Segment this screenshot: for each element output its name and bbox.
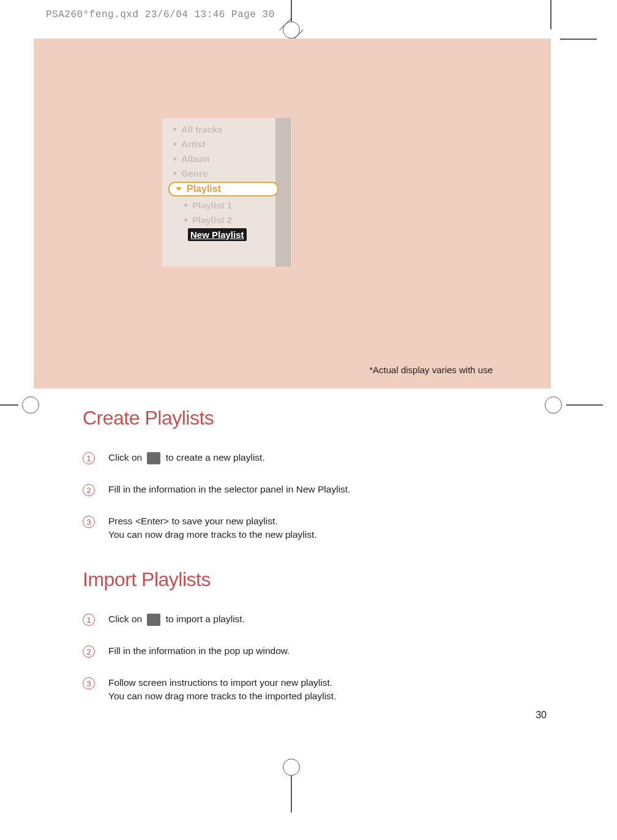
chevron-down-icon (176, 187, 182, 191)
step-number-icon: 2 (83, 484, 95, 496)
step-number-icon: 1 (83, 452, 95, 464)
section-heading: Create Playlists (83, 407, 523, 429)
crop-mark (291, 776, 292, 812)
import-playlist-icon (147, 614, 160, 626)
list-item: Playlist 1 (184, 199, 291, 211)
list-item-selected: Playlist (168, 182, 279, 196)
step-text: Click on to import a playlist. (108, 612, 245, 626)
crop-mark (560, 39, 597, 40)
crop-mark (283, 759, 300, 776)
step-number-icon: 3 (83, 516, 95, 528)
device-screenshot: All tracks Artist Album Genre Playlist P… (162, 118, 291, 267)
disclaimer-text: *Actual display varies with use (369, 365, 493, 375)
list-item: Playlist 2 (184, 214, 291, 226)
list-item: Album (173, 152, 291, 165)
step-number-icon: 2 (83, 645, 95, 658)
crop-mark (0, 404, 18, 406)
step: 3 Follow screen instructions to import y… (83, 676, 523, 702)
step: 3 Press <Enter> to save your new playlis… (83, 515, 523, 541)
print-header: PSA260°feng.qxd 23/6/04 13:46 Page 30 (46, 9, 275, 20)
new-playlist-item: New Playlist (188, 228, 247, 241)
page-number: 30 (536, 710, 547, 721)
step: 2 Fill in the information in the pop up … (83, 644, 523, 658)
section-import-playlists: Import Playlists 1 Click on to import a … (83, 568, 523, 702)
crop-mark (545, 396, 562, 414)
section-heading: Import Playlists (83, 568, 523, 591)
crop-mark (22, 396, 39, 414)
screenshot-panel: All tracks Artist Album Genre Playlist P… (34, 39, 551, 388)
crop-mark (550, 0, 552, 29)
step-text: Click on to create a new playlist. (108, 451, 265, 464)
step-number-icon: 1 (83, 614, 95, 626)
step-text: Press <Enter> to save your new playlist.… (108, 515, 317, 541)
list-item: All tracks (173, 123, 291, 135)
step: 2 Fill in the information in the selecto… (83, 483, 523, 496)
list-item: Genre (173, 167, 291, 179)
step-text: Fill in the information in the pop up wi… (108, 644, 290, 658)
crop-mark (566, 404, 603, 406)
step-text: Fill in the information in the selector … (108, 483, 350, 496)
crop-mark (283, 21, 300, 39)
step: 1 Click on to import a playlist. (83, 612, 523, 626)
new-playlist-icon (147, 452, 160, 464)
list-item: Artist (173, 138, 291, 150)
step-number-icon: 3 (83, 677, 95, 689)
step: 1 Click on to create a new playlist. (83, 451, 523, 464)
section-create-playlists: Create Playlists 1 Click on to create a … (83, 407, 523, 541)
step-text: Follow screen instructions to import you… (108, 676, 336, 702)
